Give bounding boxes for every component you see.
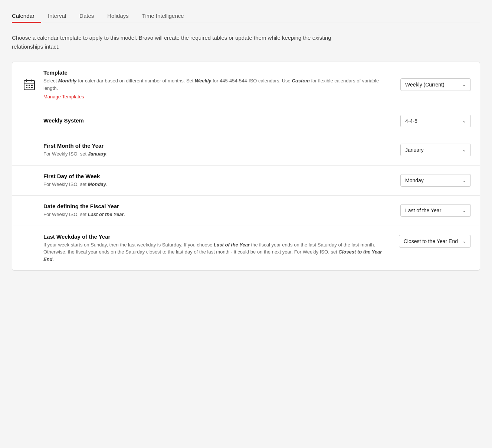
row-first-month: First Month of the Year For Weekly ISO, … — [12, 135, 480, 166]
row-weekly-system: Weekly System 4-4-5 ⌄ — [12, 107, 480, 135]
fiscal-year-date-dropdown[interactable]: Last of the Year ⌄ — [400, 204, 471, 217]
weekly-system-dropdown-area: 4-4-5 ⌄ — [400, 115, 471, 127]
svg-rect-8 — [29, 87, 30, 88]
first-day-desc: For Weekly ISO, set Monday. — [43, 181, 394, 188]
template-content: Template Select Monthly for calendar bas… — [43, 69, 394, 99]
last-weekday-desc: If your week starts on Sunday, then the … — [43, 241, 393, 263]
tab-bar: Calendar Interval Dates Holidays Time In… — [12, 9, 480, 23]
weekly-system-dropdown[interactable]: 4-4-5 ⌄ — [400, 115, 471, 127]
template-dropdown-chevron-icon: ⌄ — [462, 82, 466, 87]
weekly-system-title: Weekly System — [43, 117, 394, 124]
template-dropdown-value: Weekly (Current) — [405, 82, 445, 88]
first-month-title: First Month of the Year — [43, 143, 394, 149]
first-day-dropdown-chevron-icon: ⌄ — [462, 178, 466, 183]
template-icon-area — [21, 79, 37, 91]
page-description: Choose a calendar template to apply to t… — [12, 33, 346, 51]
fiscal-year-date-dropdown-value: Last of the Year — [405, 207, 441, 213]
first-day-title: First Day of the Week — [43, 173, 394, 179]
svg-rect-9 — [31, 87, 33, 88]
last-weekday-dropdown-value: Closest to the Year End — [404, 238, 458, 244]
row-first-day: First Day of the Week For Weekly ISO, se… — [12, 166, 480, 196]
weekly-system-dropdown-chevron-icon: ⌄ — [462, 118, 466, 124]
first-month-dropdown-chevron-icon: ⌄ — [462, 147, 466, 153]
template-dropdown-area: Weekly (Current) ⌄ — [400, 78, 471, 91]
tab-dates[interactable]: Dates — [73, 9, 101, 23]
svg-rect-6 — [31, 85, 33, 86]
last-weekday-content: Last Weekday of the Year If your week st… — [43, 233, 393, 263]
last-weekday-dropdown-chevron-icon: ⌄ — [462, 239, 466, 244]
settings-card: Template Select Monthly for calendar bas… — [12, 62, 480, 271]
tab-calendar[interactable]: Calendar — [12, 9, 41, 23]
first-month-dropdown-area: January ⌄ — [400, 144, 471, 156]
first-month-content: First Month of the Year For Weekly ISO, … — [43, 143, 394, 158]
first-month-desc: For Weekly ISO, set January. — [43, 150, 394, 158]
fiscal-year-date-dropdown-chevron-icon: ⌄ — [462, 208, 466, 213]
first-month-dropdown-value: January — [405, 147, 424, 153]
template-dropdown[interactable]: Weekly (Current) ⌄ — [400, 78, 471, 91]
manage-templates-link[interactable]: Manage Templates — [43, 94, 84, 99]
tab-interval[interactable]: Interval — [41, 9, 73, 23]
first-month-dropdown[interactable]: January ⌄ — [400, 144, 471, 156]
page-container: Calendar Interval Dates Holidays Time In… — [0, 0, 492, 448]
row-fiscal-year-date: Date defining the Fiscal Year For Weekly… — [12, 196, 480, 226]
svg-rect-4 — [26, 85, 27, 86]
fiscal-year-date-title: Date defining the Fiscal Year — [43, 203, 394, 209]
row-template: Template Select Monthly for calendar bas… — [12, 62, 480, 107]
svg-rect-5 — [29, 85, 30, 86]
first-day-dropdown[interactable]: Monday ⌄ — [400, 174, 471, 187]
fiscal-year-date-desc: For Weekly ISO, set Last of the Year. — [43, 211, 394, 218]
fiscal-year-date-content: Date defining the Fiscal Year For Weekly… — [43, 203, 394, 218]
row-last-weekday: Last Weekday of the Year If your week st… — [12, 226, 480, 271]
first-day-dropdown-area: Monday ⌄ — [400, 174, 471, 187]
last-weekday-dropdown-area: Closest to the Year End ⌄ — [399, 235, 471, 248]
calendar-icon — [23, 79, 35, 91]
last-weekday-dropdown[interactable]: Closest to the Year End ⌄ — [399, 235, 471, 248]
first-day-dropdown-value: Monday — [405, 177, 424, 183]
last-weekday-title: Last Weekday of the Year — [43, 233, 393, 240]
fiscal-year-date-dropdown-area: Last of the Year ⌄ — [400, 204, 471, 217]
tab-time-intelligence[interactable]: Time Intelligence — [135, 9, 191, 23]
first-day-content: First Day of the Week For Weekly ISO, se… — [43, 173, 394, 188]
tab-holidays[interactable]: Holidays — [101, 9, 135, 23]
weekly-system-dropdown-value: 4-4-5 — [405, 118, 417, 124]
template-title: Template — [43, 69, 394, 76]
svg-rect-7 — [26, 87, 27, 88]
weekly-system-content: Weekly System — [43, 117, 394, 125]
template-desc: Select Monthly for calendar based on dif… — [43, 77, 394, 92]
